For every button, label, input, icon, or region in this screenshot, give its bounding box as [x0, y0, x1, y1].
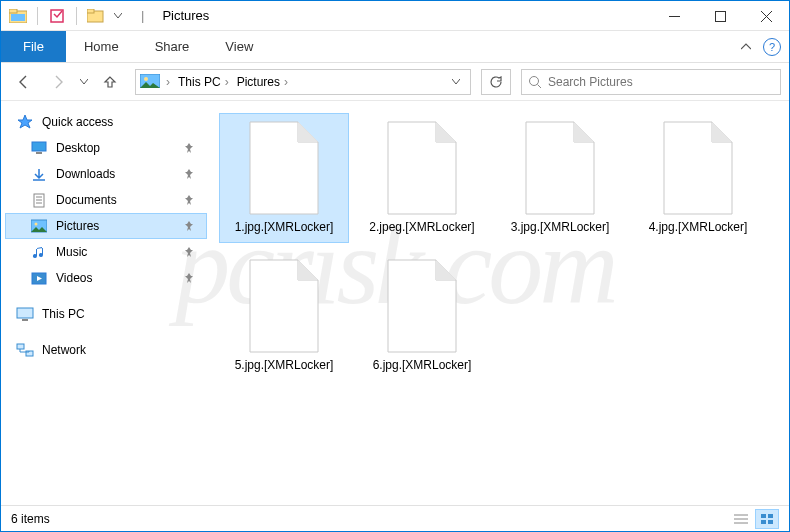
svg-rect-31 [761, 514, 766, 518]
file-item[interactable]: 2.jpeg.[XMRLocker] [357, 113, 487, 243]
svg-rect-32 [768, 514, 773, 518]
breadcrumb-label: Pictures [237, 75, 280, 89]
file-icon [244, 120, 324, 216]
tab-home[interactable]: Home [66, 31, 137, 62]
address-bar[interactable]: › This PC › Pictures › [135, 69, 471, 95]
file-item[interactable]: 4.jpg.[XMRLocker] [633, 113, 763, 243]
item-count: 6 items [11, 512, 50, 526]
file-icon [382, 120, 462, 216]
svg-line-13 [538, 84, 542, 88]
pictures-icon [140, 74, 160, 90]
file-icon [382, 258, 462, 354]
navbar: › This PC › Pictures › [1, 63, 789, 101]
close-button[interactable] [743, 1, 789, 31]
file-name: 5.jpg.[XMRLocker] [235, 358, 334, 374]
forward-button[interactable] [43, 68, 73, 96]
computer-icon [16, 306, 34, 322]
new-folder-qat-icon[interactable] [87, 7, 105, 25]
sidebar-item-music[interactable]: Music [5, 239, 207, 265]
qat-separator [76, 7, 77, 25]
svg-rect-26 [17, 344, 24, 349]
breadcrumb-pictures[interactable]: Pictures › [233, 75, 292, 89]
sidebar-network[interactable]: Network [5, 337, 207, 363]
sidebar-item-label: Pictures [56, 219, 99, 233]
window-title: Pictures [162, 8, 209, 23]
svg-rect-25 [22, 319, 28, 321]
svg-rect-34 [768, 520, 773, 524]
file-tab[interactable]: File [1, 31, 66, 62]
sidebar-item-label: Downloads [56, 167, 115, 181]
videos-icon [30, 270, 48, 286]
pin-icon [184, 195, 194, 205]
svg-rect-14 [32, 142, 46, 151]
back-button[interactable] [9, 68, 39, 96]
pin-icon [184, 247, 194, 257]
sidebar-item-label: Desktop [56, 141, 100, 155]
window-title-sep: | [141, 8, 144, 23]
pin-icon [184, 169, 194, 179]
file-icon [244, 258, 324, 354]
pin-icon [184, 221, 194, 231]
file-item[interactable]: 6.jpg.[XMRLocker] [357, 251, 487, 381]
qat-dropdown-icon[interactable] [113, 7, 123, 25]
svg-rect-1 [9, 9, 17, 13]
file-list[interactable]: 1.jpg.[XMRLocker]2.jpeg.[XMRLocker]3.jpg… [211, 101, 789, 505]
minimize-button[interactable] [651, 1, 697, 31]
svg-point-11 [144, 77, 148, 81]
search-icon [528, 75, 542, 89]
sidebar-item-label: This PC [42, 307, 85, 321]
recent-dropdown-icon[interactable] [77, 68, 91, 96]
documents-icon [30, 192, 48, 208]
downloads-icon [30, 166, 48, 182]
help-icon[interactable]: ? [763, 38, 781, 56]
chevron-right-icon: › [284, 75, 288, 89]
ribbon-collapse-icon[interactable] [741, 43, 751, 51]
address-dropdown-icon[interactable] [446, 79, 466, 85]
music-icon [30, 244, 48, 260]
tab-view[interactable]: View [207, 31, 271, 62]
maximize-button[interactable] [697, 1, 743, 31]
icons-view-button[interactable] [755, 509, 779, 529]
breadcrumb-label: This PC [178, 75, 221, 89]
breadcrumb-this-pc[interactable]: This PC › [174, 75, 233, 89]
svg-rect-5 [87, 9, 94, 13]
file-item[interactable]: 3.jpg.[XMRLocker] [495, 113, 625, 243]
breadcrumb-root-sep: › [166, 75, 170, 89]
search-box[interactable] [521, 69, 781, 95]
file-item[interactable]: 1.jpg.[XMRLocker] [219, 113, 349, 243]
sidebar-item-label: Quick access [42, 115, 113, 129]
sidebar-item-documents[interactable]: Documents [5, 187, 207, 213]
sidebar-quick-access[interactable]: Quick access [5, 109, 207, 135]
svg-rect-24 [17, 308, 33, 318]
svg-rect-2 [11, 14, 25, 21]
sidebar-item-label: Documents [56, 193, 117, 207]
file-name: 2.jpeg.[XMRLocker] [369, 220, 474, 236]
properties-icon[interactable] [48, 7, 66, 25]
chevron-right-icon: › [225, 75, 229, 89]
sidebar-item-desktop[interactable]: Desktop [5, 135, 207, 161]
sidebar-item-pictures[interactable]: Pictures [5, 213, 207, 239]
tab-share[interactable]: Share [137, 31, 208, 62]
search-input[interactable] [542, 75, 774, 89]
sidebar-item-label: Videos [56, 271, 92, 285]
desktop-icon [30, 140, 48, 156]
svg-rect-15 [36, 152, 42, 154]
sidebar-item-label: Network [42, 343, 86, 357]
refresh-button[interactable] [481, 69, 511, 95]
sidebar-this-pc[interactable]: This PC [5, 301, 207, 327]
file-name: 1.jpg.[XMRLocker] [235, 220, 334, 236]
file-name: 3.jpg.[XMRLocker] [511, 220, 610, 236]
file-item[interactable]: 5.jpg.[XMRLocker] [219, 251, 349, 381]
file-icon [520, 120, 600, 216]
svg-point-12 [530, 76, 539, 85]
navigation-pane: Quick access DesktopDownloadsDocumentsPi… [1, 101, 211, 505]
up-button[interactable] [95, 68, 125, 96]
details-view-button[interactable] [729, 509, 753, 529]
sidebar-item-videos[interactable]: Videos [5, 265, 207, 291]
file-name: 4.jpg.[XMRLocker] [649, 220, 748, 236]
file-icon [658, 120, 738, 216]
network-icon [16, 342, 34, 358]
pin-icon [184, 273, 194, 283]
sidebar-item-label: Music [56, 245, 87, 259]
sidebar-item-downloads[interactable]: Downloads [5, 161, 207, 187]
